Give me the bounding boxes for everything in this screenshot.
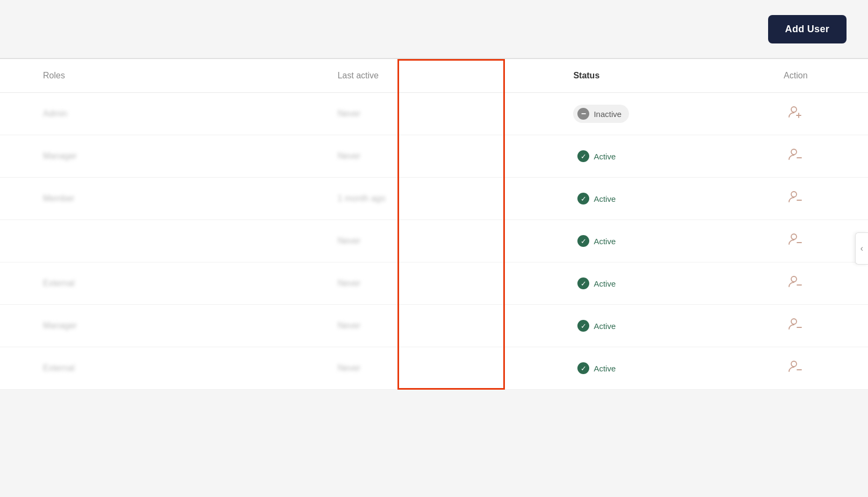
remove-member-icon[interactable]: [788, 148, 803, 164]
cell-last-active: Never: [337, 220, 562, 262]
top-bar: Add User: [0, 0, 868, 59]
table-row: Member1 month ago ✓ Active: [0, 178, 868, 220]
cell-action: [724, 347, 868, 390]
cell-status: ✓ Active: [562, 262, 723, 305]
status-badge[interactable]: ✓ Active: [573, 232, 623, 250]
column-header-last-active: Last active: [337, 59, 562, 93]
cell-role: External: [0, 347, 337, 390]
remove-member-icon[interactable]: [788, 275, 803, 291]
remove-member-icon[interactable]: [788, 318, 803, 334]
cell-role: Manager: [0, 305, 337, 347]
status-badge[interactable]: ✓ Active: [573, 274, 623, 293]
cell-status: ✓ Active: [562, 178, 723, 220]
status-label: Active: [594, 279, 616, 288]
users-table: Roles Last active Status Action AdminNev…: [0, 59, 868, 390]
column-header-status: Status: [562, 59, 723, 93]
table-row: ManagerNever ✓ Active: [0, 135, 868, 178]
cell-action: [724, 93, 868, 135]
status-badge[interactable]: ✓ Active: [573, 317, 623, 335]
cell-last-active: 1 month ago: [337, 178, 562, 220]
cell-role: External: [0, 262, 337, 305]
cell-status: ✓ Active: [562, 347, 723, 390]
active-check-icon: ✓: [577, 362, 589, 374]
active-check-icon: ✓: [577, 150, 589, 162]
cell-last-active: Never: [337, 262, 562, 305]
cell-role: Manager: [0, 135, 337, 178]
active-check-icon: ✓: [577, 235, 589, 247]
svg-point-0: [791, 107, 797, 112]
status-badge[interactable]: ✓ Active: [573, 189, 623, 208]
add-member-icon[interactable]: [788, 106, 803, 122]
status-label: Active: [594, 152, 616, 161]
column-header-roles: Roles: [0, 59, 337, 93]
cell-role: [0, 220, 337, 262]
cell-action: [724, 135, 868, 178]
active-check-icon: ✓: [577, 320, 589, 332]
status-label: Active: [594, 321, 616, 331]
status-label: Active: [594, 237, 616, 246]
add-user-button[interactable]: Add User: [768, 15, 847, 43]
remove-member-icon[interactable]: [788, 233, 803, 249]
table-header-row: Roles Last active Status Action: [0, 59, 868, 93]
cell-status: − Inactive: [562, 93, 723, 135]
status-label: Active: [594, 364, 616, 373]
cell-last-active: Never: [337, 347, 562, 390]
status-label: Inactive: [594, 109, 621, 119]
table-row: ExternalNever ✓ Active: [0, 347, 868, 390]
svg-point-2: [791, 192, 797, 197]
cell-action: [724, 262, 868, 305]
active-check-icon: ✓: [577, 277, 589, 289]
cell-status: ✓ Active: [562, 220, 723, 262]
column-header-action: Action: [724, 59, 868, 93]
remove-member-icon[interactable]: [788, 360, 803, 376]
status-badge[interactable]: ✓ Active: [573, 147, 623, 165]
table-row: AdminNever − Inactive: [0, 93, 868, 135]
inactive-minus-icon: −: [577, 108, 589, 120]
cell-action: [724, 178, 868, 220]
cell-last-active: Never: [337, 93, 562, 135]
status-badge[interactable]: ✓ Active: [573, 359, 623, 377]
active-check-icon: ✓: [577, 193, 589, 204]
cell-last-active: Never: [337, 305, 562, 347]
cell-status: ✓ Active: [562, 305, 723, 347]
status-badge[interactable]: − Inactive: [573, 105, 629, 123]
svg-point-6: [791, 361, 797, 367]
table-row: Never ✓ Active: [0, 220, 868, 262]
svg-point-4: [791, 276, 797, 282]
table-row: ExternalNever ✓ Active: [0, 262, 868, 305]
cell-status: ✓ Active: [562, 135, 723, 178]
cell-last-active: Never: [337, 135, 562, 178]
svg-point-5: [791, 319, 797, 324]
status-label: Active: [594, 194, 616, 203]
remove-member-icon[interactable]: [788, 191, 803, 207]
svg-point-1: [791, 149, 797, 155]
table-row: ManagerNever ✓ Active: [0, 305, 868, 347]
svg-point-3: [791, 234, 797, 239]
cell-role: Member: [0, 178, 337, 220]
cell-role: Admin: [0, 93, 337, 135]
cell-action: [724, 305, 868, 347]
table-wrapper: Roles Last active Status Action AdminNev…: [0, 59, 868, 390]
collapse-panel-button[interactable]: ‹: [855, 232, 868, 265]
cell-action: [724, 220, 868, 262]
